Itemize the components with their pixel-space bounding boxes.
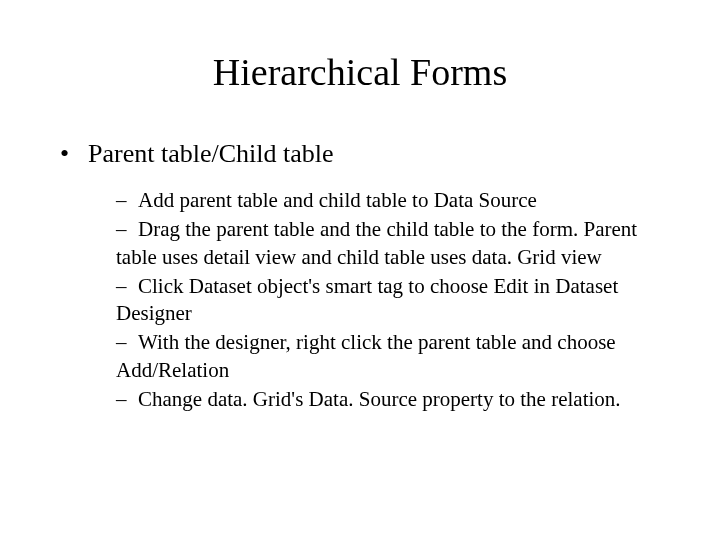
sub-bullet-text: With the designer, right click the paren… [116,330,616,381]
slide-title: Hierarchical Forms [60,50,660,94]
bullet-text: Parent table/Child table [88,139,334,168]
bullet-item-parent: •Parent table/Child table [60,139,660,169]
sub-bullet-item: –With the designer, right click the pare… [60,329,660,384]
sub-bullet-item: –Change data. Grid's Data. Source proper… [60,386,660,413]
sub-bullet-text: Drag the parent table and the child tabl… [116,217,637,268]
dash-marker: – [116,273,138,300]
sub-bullet-text: Click Dataset object's smart tag to choo… [116,274,618,325]
sub-bullet-text: Add parent table and child table to Data… [138,188,537,212]
sub-bullet-text: Change data. Grid's Data. Source propert… [138,387,621,411]
sub-bullet-list: –Add parent table and child table to Dat… [60,187,660,413]
sub-bullet-item: –Drag the parent table and the child tab… [60,216,660,271]
bullet-marker: • [60,139,88,169]
dash-marker: – [116,386,138,413]
dash-marker: – [116,216,138,243]
sub-bullet-item: –Add parent table and child table to Dat… [60,187,660,214]
dash-marker: – [116,187,138,214]
sub-bullet-item: –Click Dataset object's smart tag to cho… [60,273,660,328]
dash-marker: – [116,329,138,356]
